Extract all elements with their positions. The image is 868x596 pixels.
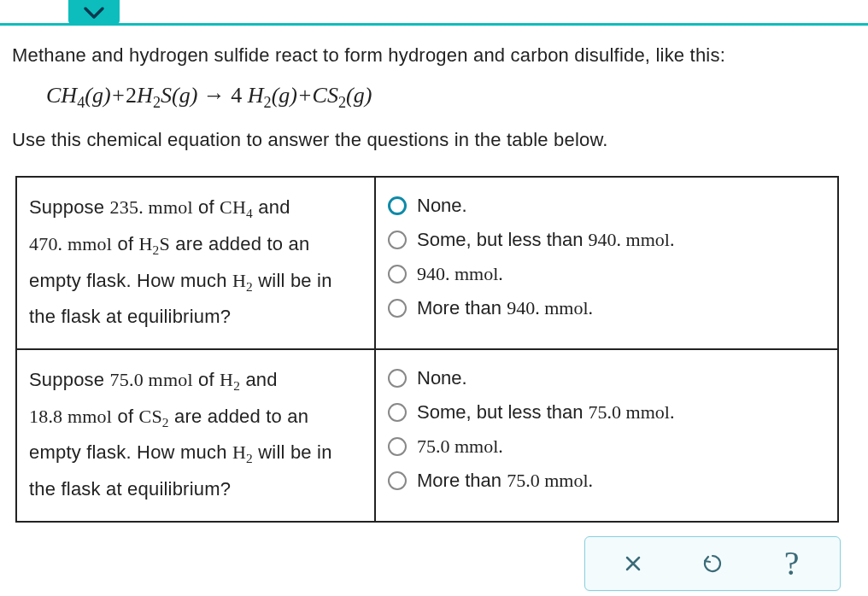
help-icon: ? xyxy=(784,543,800,583)
radio-icon xyxy=(388,231,407,249)
radio-icon xyxy=(388,369,407,388)
question-table: Suppose 235. mmol of CH4 and 470. mmol o… xyxy=(15,176,839,523)
outro-text: Use this chemical equation to answer the… xyxy=(12,126,856,154)
radio-icon xyxy=(388,471,407,490)
q1-option-none[interactable]: None. xyxy=(388,195,822,217)
question-row-1: Suppose 235. mmol of CH4 and 470. mmol o… xyxy=(16,177,838,349)
chemical-equation: CH4(g)+2H2S(g) → 4 H2(g)+CS2(g) xyxy=(46,83,856,112)
radio-icon xyxy=(388,196,407,215)
undo-button[interactable] xyxy=(687,543,738,584)
option-label: Some, but less than 940. mmol. xyxy=(417,229,674,251)
action-toolbar: ? xyxy=(584,536,841,591)
undo-icon xyxy=(701,552,724,576)
top-bar xyxy=(0,0,868,26)
q1-option-more[interactable]: More than 940. mmol. xyxy=(388,297,822,319)
option-label: More than 940. mmol. xyxy=(417,297,593,319)
q1-prompt: Suppose 235. mmol of CH4 and 470. mmol o… xyxy=(16,177,375,349)
q2-prompt: Suppose 75.0 mmol of H2 and 18.8 mmol of… xyxy=(16,349,375,522)
q2-option-none[interactable]: None. xyxy=(388,367,822,389)
close-icon xyxy=(623,553,643,574)
q2-answers: None. Some, but less than 75.0 mmol. 75.… xyxy=(375,349,838,522)
option-label: None. xyxy=(417,195,467,217)
option-label: Some, but less than 75.0 mmol. xyxy=(417,401,674,424)
expand-tab[interactable] xyxy=(68,0,120,26)
option-label: More than 75.0 mmol. xyxy=(417,470,593,492)
option-label: None. xyxy=(417,367,467,389)
problem-content: Methane and hydrogen sulfide react to fo… xyxy=(0,26,868,596)
q2-option-some[interactable]: Some, but less than 75.0 mmol. xyxy=(388,401,822,424)
option-label: 940. mmol. xyxy=(417,263,503,285)
q2-option-exact[interactable]: 75.0 mmol. xyxy=(388,435,822,458)
q1-answers: None. Some, but less than 940. mmol. 940… xyxy=(375,177,838,349)
help-button[interactable]: ? xyxy=(766,543,818,584)
radio-icon xyxy=(388,265,407,283)
close-button[interactable] xyxy=(607,543,659,584)
q1-option-exact[interactable]: 940. mmol. xyxy=(388,263,822,285)
q1-option-some[interactable]: Some, but less than 940. mmol. xyxy=(388,229,822,251)
chevron-down-icon xyxy=(83,6,105,20)
option-label: 75.0 mmol. xyxy=(417,435,503,458)
question-row-2: Suppose 75.0 mmol of H2 and 18.8 mmol of… xyxy=(16,349,838,522)
radio-icon xyxy=(388,299,407,318)
radio-icon xyxy=(388,403,407,422)
q2-option-more[interactable]: More than 75.0 mmol. xyxy=(388,470,822,492)
intro-text: Methane and hydrogen sulfide react to fo… xyxy=(12,41,856,69)
radio-icon xyxy=(388,437,407,456)
